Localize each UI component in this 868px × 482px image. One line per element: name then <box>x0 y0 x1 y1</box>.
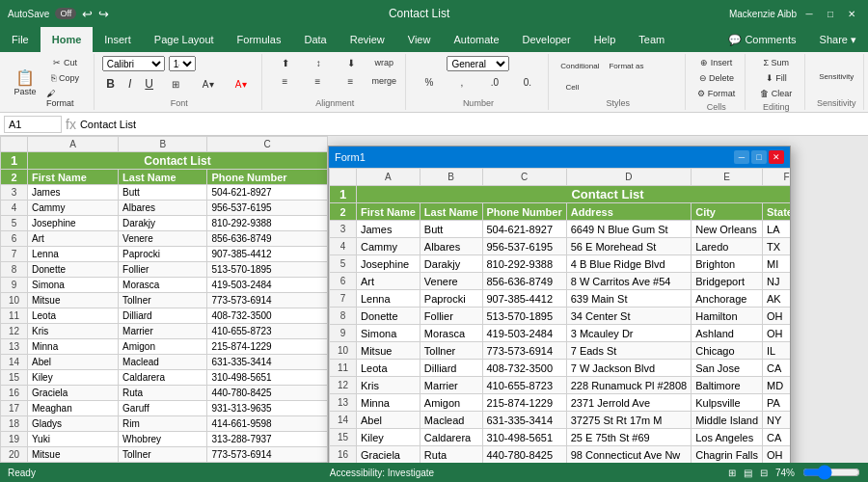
cell-14-4[interactable]: Middle Island <box>692 412 763 429</box>
cell-6-3[interactable]: 8 W Carritos Ave #54 <box>566 273 691 290</box>
formula-input[interactable]: Contact List <box>80 119 864 130</box>
comments-button[interactable]: 💬 Comments <box>717 27 807 52</box>
font-family-select[interactable]: Calibri <box>102 56 165 71</box>
cell-15-4[interactable]: Los Angeles <box>692 429 763 446</box>
cell-5-5[interactable]: MI <box>763 255 790 273</box>
cell-2-0[interactable]: First Name <box>357 203 420 221</box>
cell-14-2[interactable]: 631-335-3414 <box>482 412 566 429</box>
table-row[interactable]: 14AbelMaclead631-335-341437275 St Rt 17m… <box>330 412 791 429</box>
delete-cells-button[interactable]: ⊖ Delete <box>695 71 739 85</box>
insert-cells-button[interactable]: ⊕ Insert <box>696 56 736 69</box>
cell-5-4[interactable]: Brighton <box>692 255 763 273</box>
cell-12-0[interactable]: Kris <box>357 377 420 394</box>
cell-14-5[interactable]: NY <box>763 412 790 429</box>
form1-minimize-button[interactable]: ─ <box>734 150 749 164</box>
cell-10-1[interactable]: Tollner <box>420 342 482 360</box>
cell-11-3[interactable]: 7 W Jackson Blvd <box>566 360 691 377</box>
cell-13-1[interactable]: Amigon <box>420 394 482 412</box>
maximize-button[interactable]: □ <box>822 5 839 22</box>
table-row[interactable]: 10MitsueTollner773-573-69147 Eads StChic… <box>330 342 791 360</box>
format-painter-button[interactable]: 🖌 Format <box>42 87 88 110</box>
wrap-text-button[interactable]: wrap <box>368 56 399 70</box>
bold-button[interactable]: B <box>102 75 120 93</box>
fill-button[interactable]: ⬇ Fill <box>761 71 792 85</box>
cell-styles-button[interactable]: Cell <box>556 81 587 94</box>
view-layout-icon[interactable]: ▤ <box>744 468 752 478</box>
redo-icon[interactable]: ↪ <box>98 7 109 21</box>
form1-maximize-button[interactable]: □ <box>751 150 767 164</box>
view-normal-icon[interactable]: ⊞ <box>728 468 736 478</box>
undo-icon[interactable]: ↩ <box>82 7 93 21</box>
cell-6-2[interactable]: 856-636-8749 <box>482 273 566 290</box>
col-header-F[interactable]: F <box>763 169 790 186</box>
cell-11-5[interactable]: CA <box>763 360 790 377</box>
align-bottom-button[interactable]: ⬇ <box>336 56 366 70</box>
cell-4-3[interactable]: 56 E Morehead St <box>566 238 691 255</box>
cell-7-2[interactable]: 907-385-4412 <box>482 290 566 308</box>
table-row[interactable]: 15KileyCaldarera310-498-565125 E 75th St… <box>330 429 791 446</box>
table-row[interactable]: 9SimonaMorasca419-503-24843 Mcauley DrAs… <box>330 325 791 342</box>
tab-file[interactable]: File <box>0 27 41 52</box>
cell-3-5[interactable]: LA <box>763 221 790 238</box>
cell-8-1[interactable]: Follier <box>420 308 482 325</box>
cell-2-5[interactable]: State <box>763 203 790 221</box>
cell-15-0[interactable]: Kiley <box>357 429 420 446</box>
cell-4-4[interactable]: Laredo <box>692 238 763 255</box>
minimize-button[interactable]: ─ <box>800 5 818 22</box>
tab-insert[interactable]: Insert <box>93 27 143 52</box>
cell-4-0[interactable]: Cammy <box>357 238 420 255</box>
column-header-row[interactable]: 2First NameLast NamePhone NumberAddressC… <box>330 203 791 221</box>
font-color-button[interactable]: A▾ <box>226 77 257 92</box>
col-header-C[interactable]: C <box>482 169 566 186</box>
table-row[interactable]: 6ArtVenere856-636-87498 W Carritos Ave #… <box>330 273 791 290</box>
table-row[interactable]: 7LennaPaprocki907-385-4412639 Main StAnc… <box>330 290 791 308</box>
cell-7-1[interactable]: Paprocki <box>420 290 482 308</box>
increase-decimal-button[interactable]: .0 <box>479 75 510 90</box>
col-header-A[interactable]: A <box>357 169 420 186</box>
cut-button[interactable]: ✂ Cut <box>42 56 88 69</box>
cell-10-3[interactable]: 7 Eads St <box>566 342 691 360</box>
fill-color-button[interactable]: A▾ <box>193 77 224 92</box>
cell-11-0[interactable]: Leota <box>357 360 420 377</box>
cell-8-0[interactable]: Donette <box>357 308 420 325</box>
tab-home[interactable]: Home <box>41 27 94 52</box>
cell-9-4[interactable]: Ashland <box>692 325 763 342</box>
cell-6-0[interactable]: Art <box>357 273 420 290</box>
cell-15-1[interactable]: Caldarera <box>420 429 482 446</box>
number-format-select[interactable]: General <box>447 56 509 71</box>
cell-6-4[interactable]: Bridgeport <box>692 273 763 290</box>
autosave-toggle[interactable]: Off <box>55 8 76 19</box>
cell-2-4[interactable]: City <box>692 203 763 221</box>
cell-12-1[interactable]: Marrier <box>420 377 482 394</box>
cell-16-3[interactable]: 98 Connecticut Ave Nw <box>566 446 691 464</box>
table-row[interactable]: 12KrisMarrier410-655-8723228 Runamuck Pl… <box>330 377 791 394</box>
cell-13-5[interactable]: PA <box>763 394 790 412</box>
cell-9-5[interactable]: OH <box>763 325 790 342</box>
cell-8-4[interactable]: Hamilton <box>692 308 763 325</box>
close-button[interactable]: ✕ <box>843 5 860 22</box>
cell-15-3[interactable]: 25 E 75th St #69 <box>566 429 691 446</box>
cell-16-0[interactable]: Graciela <box>357 446 420 464</box>
comma-button[interactable]: , <box>447 75 477 90</box>
cell-9-1[interactable]: Morasca <box>420 325 482 342</box>
cell-13-3[interactable]: 2371 Jerrold Ave <box>566 394 691 412</box>
cell-3-4[interactable]: New Orleans <box>692 221 763 238</box>
cell-8-5[interactable]: OH <box>763 308 790 325</box>
tab-automate[interactable]: Automate <box>442 27 510 52</box>
merge-button[interactable]: merge <box>367 74 400 89</box>
cell-12-3[interactable]: 228 Runamuck Pl #2808 <box>566 377 691 394</box>
cell-7-3[interactable]: 639 Main St <box>566 290 691 308</box>
cell-8-3[interactable]: 34 Center St <box>566 308 691 325</box>
cell-7-4[interactable]: Anchorage <box>692 290 763 308</box>
tab-team[interactable]: Team <box>627 27 676 52</box>
format-cells-button[interactable]: ⚙ Format <box>693 87 739 100</box>
cell-5-3[interactable]: 4 B Blue Ridge Blvd <box>566 255 691 273</box>
cell-7-0[interactable]: Lenna <box>357 290 420 308</box>
share-button[interactable]: Share ▾ <box>808 27 868 52</box>
cell-5-2[interactable]: 810-292-9388 <box>482 255 566 273</box>
table-row[interactable]: 16GracielaRuta440-780-842598 Connecticut… <box>330 446 791 464</box>
form1-close-button[interactable]: ✕ <box>769 150 784 164</box>
autosum-button[interactable]: Σ Sum <box>760 56 794 69</box>
cell-16-4[interactable]: Chagrin Falls <box>692 446 763 464</box>
cell-2-3[interactable]: Address <box>566 203 691 221</box>
